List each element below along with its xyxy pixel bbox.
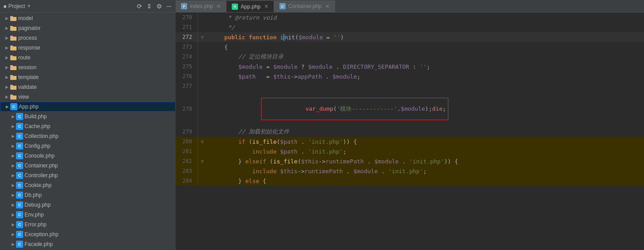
sidebar-header: ■ Project ▼ ⟳ ⇕ ⚙ ─ xyxy=(0,0,176,12)
line-gutter xyxy=(198,176,207,186)
line-number: 276 xyxy=(176,71,198,81)
tree-item-db-php[interactable]: ▶ C Db.php xyxy=(0,190,176,200)
tree-arrow: ▶ xyxy=(10,212,16,217)
file-icon-c: C xyxy=(16,162,23,169)
code-line-282: 282 ▽ } elseif (is_file($this->runtimePa… xyxy=(176,156,644,166)
line-gutter xyxy=(198,91,207,127)
file-icon-c: C xyxy=(16,142,23,150)
line-number: 271 xyxy=(176,22,198,32)
tree-item-label: Debug.php xyxy=(25,202,51,208)
fold-arrow[interactable]: ▽ xyxy=(201,35,204,40)
sidebar-dropdown-icon[interactable]: ▼ xyxy=(27,4,31,8)
tree-item-facade-php[interactable]: ▶ C Facade.php xyxy=(0,239,176,249)
line-gutter: ▽ xyxy=(198,156,207,166)
tree-item-config-php[interactable]: ▶ C Config.php xyxy=(0,141,176,151)
line-number: 274 xyxy=(176,52,198,62)
code-line-281: 281 include $path . 'init.php'; xyxy=(176,146,644,156)
tab-close-icon[interactable]: ✕ xyxy=(264,4,268,9)
file-icon-c: C xyxy=(16,221,23,228)
tree-item-label: route xyxy=(18,54,30,61)
tree-item-error-php[interactable]: ▶ C Error.php xyxy=(0,220,176,229)
minimize-button[interactable]: ─ xyxy=(166,2,172,11)
tree-arrow: ▶ xyxy=(10,242,16,246)
tab-index-php[interactable]: P index.php ✕ xyxy=(176,0,226,12)
svg-rect-15 xyxy=(10,85,13,86)
sync-button[interactable]: ⟳ xyxy=(136,2,143,11)
tree-item-container-php[interactable]: ▶ C Container.php xyxy=(0,161,176,171)
line-number: 278 xyxy=(176,91,198,127)
code-area[interactable]: 270 * @return void 271 */ 272 ▽ public f… xyxy=(176,12,644,250)
tree-item-session[interactable]: ▶ session xyxy=(0,62,176,72)
tree-item-cache-php[interactable]: ▶ C Cache.php xyxy=(0,121,176,131)
tree-arrow: ▶ xyxy=(10,232,16,237)
tab-close-icon[interactable]: ✕ xyxy=(217,4,221,9)
tree-item-app-php[interactable]: ▶ C App.php xyxy=(0,102,176,112)
tree-item-label: Cache.php xyxy=(25,123,50,129)
folder-icon xyxy=(10,84,17,90)
tab-app-php[interactable]: A App.php ✕ xyxy=(226,0,274,12)
settings-button[interactable]: ⚙ xyxy=(156,2,163,11)
sidebar: ■ Project ▼ ⟳ ⇕ ⚙ ─ ▶ model ▶ paginator xyxy=(0,0,176,250)
tree-arrow: ▶ xyxy=(10,114,16,119)
line-content: { xyxy=(207,42,644,52)
tree-item-console-php[interactable]: ▶ C Console.php xyxy=(0,151,176,161)
tree-item-exception-php[interactable]: ▶ C Exception.php xyxy=(0,229,176,239)
expand-button[interactable]: ⇕ xyxy=(146,2,153,11)
svg-rect-16 xyxy=(10,96,16,100)
tree-item-label: Env.php xyxy=(25,212,44,218)
tree-item-validate[interactable]: ▶ validate xyxy=(0,82,176,92)
tree-item-model[interactable]: ▶ model xyxy=(0,13,176,23)
code-lines: 270 * @return void 271 */ 272 ▽ public f… xyxy=(176,12,644,186)
tree-item-collection-php[interactable]: ▶ C Collection.php xyxy=(0,131,176,141)
tree-arrow: ▶ xyxy=(4,16,10,21)
file-icon-c: C xyxy=(16,133,23,140)
tab-container-php[interactable]: C Container.php ✕ xyxy=(274,0,335,12)
line-content: include $path . 'init.php'; xyxy=(207,146,644,156)
tree-item-response[interactable]: ▶ response xyxy=(0,43,176,53)
tab-file-icon: A xyxy=(232,4,238,10)
fold-arrow[interactable]: ▽ xyxy=(201,139,204,144)
tab-file-icon: C xyxy=(279,3,286,9)
tree-item-build-php[interactable]: ▶ C Build.php xyxy=(0,112,176,121)
file-icon-c: C xyxy=(16,211,23,218)
tab-close-icon[interactable]: ✕ xyxy=(325,4,329,9)
tree-item-label: Facade.php xyxy=(25,241,53,247)
sidebar-tree: ▶ model ▶ paginator ▶ process ▶ resp xyxy=(0,12,176,250)
svg-rect-9 xyxy=(10,55,13,57)
line-gutter xyxy=(198,12,207,22)
tree-item-label: Db.php xyxy=(25,192,42,198)
code-line-277: 277 xyxy=(176,81,644,91)
editor: P index.php ✕ A App.php ✕ C Container.ph… xyxy=(176,0,644,250)
svg-rect-12 xyxy=(10,76,16,80)
fold-arrow[interactable]: ▽ xyxy=(201,159,204,164)
tree-item-view[interactable]: ▶ view xyxy=(0,92,176,102)
file-icon-c: C xyxy=(16,123,23,130)
line-content: */ xyxy=(207,22,644,32)
line-content: if (is_file($path . 'init.php')) { xyxy=(207,137,644,146)
folder-icon xyxy=(10,35,17,41)
tree-item-controller-php[interactable]: ▶ C Controller.php xyxy=(0,171,176,180)
tree-item-template[interactable]: ▶ template xyxy=(0,72,176,82)
tree-item-route[interactable]: ▶ route xyxy=(0,53,176,62)
tree-arrow: ▶ xyxy=(4,55,10,60)
line-gutter xyxy=(198,62,207,71)
tree-item-paginator[interactable]: ▶ paginator xyxy=(0,23,176,33)
tab-label: index.php xyxy=(190,3,213,9)
line-content: // 定位模块目录 xyxy=(207,52,644,62)
tree-item-debug-php[interactable]: ▶ C Debug.php xyxy=(0,200,176,210)
tabs-bar: P index.php ✕ A App.php ✕ C Container.ph… xyxy=(176,0,644,12)
line-content: $module = $module ? $module . DIRECTORY_… xyxy=(207,62,644,71)
tree-item-label: Controller.php xyxy=(25,172,58,179)
tree-item-process[interactable]: ▶ process xyxy=(0,33,176,43)
tree-item-label: Container.php xyxy=(25,162,58,169)
line-content: include $this->runtimePath . $module . '… xyxy=(207,166,644,176)
tab-file-icon: P xyxy=(181,3,187,9)
tree-arrow: ▶ xyxy=(10,203,16,207)
tree-arrow: ▶ xyxy=(10,173,16,178)
tree-arrow: ▶ xyxy=(10,163,16,168)
sidebar-folder-icon: ■ xyxy=(4,4,7,9)
tree-item-cookie-php[interactable]: ▶ C Cookie.php xyxy=(0,180,176,190)
tree-item-env-php[interactable]: ▶ C Env.php xyxy=(0,210,176,220)
file-icon-c: C xyxy=(16,182,23,189)
tree-arrow: ▶ xyxy=(4,26,10,30)
